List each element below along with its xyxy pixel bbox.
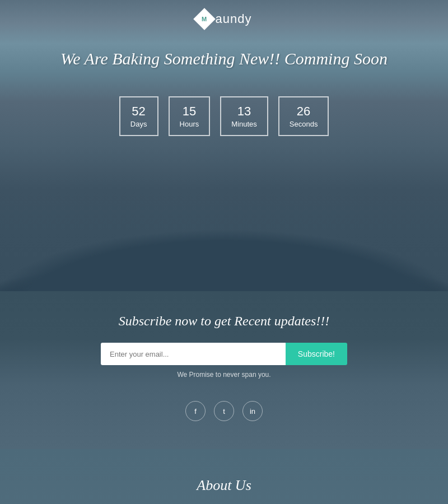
- subscribe-button[interactable]: Subscribe!: [286, 343, 347, 365]
- facebook-icon[interactable]: f: [185, 401, 206, 421]
- subscribe-section: Subscribe now to get Recent updates!!! S…: [0, 291, 448, 449]
- social-icons: f t in: [11, 395, 437, 432]
- hours-label: Hours: [180, 120, 199, 128]
- email-input[interactable]: [101, 343, 286, 365]
- seconds-label: Seconds: [290, 120, 318, 128]
- seconds-value: 26: [290, 104, 318, 119]
- countdown-days: 52 Days: [119, 96, 158, 136]
- spam-note: We Promise to never span you.: [11, 371, 437, 379]
- logo-letter: M: [202, 16, 207, 22]
- about-title: About Us: [34, 477, 414, 494]
- countdown-seconds: 26 Seconds: [278, 96, 329, 136]
- twitter-icon[interactable]: t: [214, 401, 234, 421]
- logo: M aundy: [197, 11, 252, 27]
- linkedin-icon[interactable]: in: [242, 401, 263, 421]
- minutes-value: 13: [231, 104, 257, 119]
- headline-container: We Are Baking Something New!! Comming So…: [0, 32, 448, 91]
- hero-section: M aundy We Are Baking Something New!! Co…: [0, 0, 448, 291]
- days-label: Days: [130, 120, 147, 128]
- countdown: 52 Days 15 Hours 13 Minutes 26 Seconds: [0, 91, 448, 164]
- subscribe-heading: Subscribe now to get Recent updates!!!: [11, 314, 437, 329]
- email-form: Subscribe!: [101, 343, 347, 365]
- headline: We Are Baking Something New!! Comming So…: [11, 49, 437, 68]
- countdown-hours: 15 Hours: [169, 96, 211, 136]
- about-section: About Us At vero eos et accusamus et ius…: [0, 449, 448, 504]
- hours-value: 15: [180, 104, 199, 119]
- days-value: 52: [130, 104, 147, 119]
- navbar: M aundy: [0, 0, 448, 32]
- countdown-minutes: 13 Minutes: [220, 96, 268, 136]
- logo-diamond: M: [193, 8, 216, 30]
- logo-text: aundy: [216, 12, 252, 26]
- minutes-label: Minutes: [231, 120, 257, 128]
